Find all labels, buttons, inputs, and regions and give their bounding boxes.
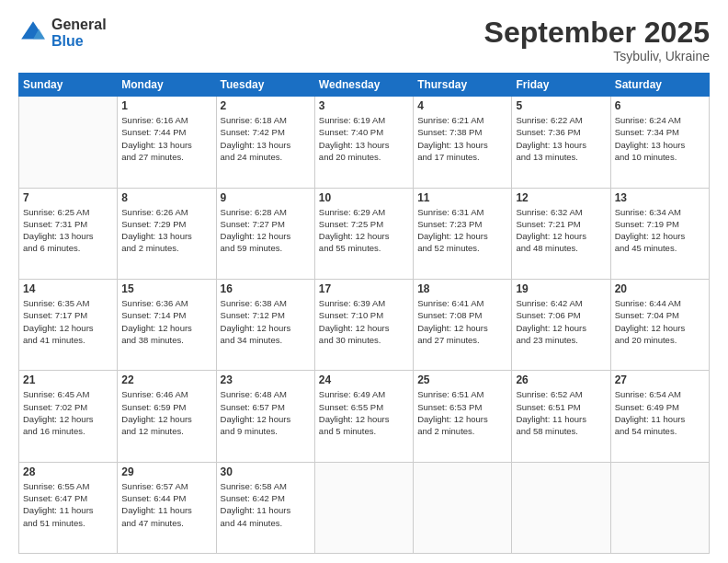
day-info-line: Sunrise: 6:21 AM [417,114,507,126]
day-info-line: Sunrise: 6:39 AM [319,297,409,309]
calendar-cell: 27Sunrise: 6:54 AMSunset: 6:49 PMDayligh… [610,371,709,462]
day-info-line: and 5 minutes. [319,425,409,437]
day-info-line: Sunset: 7:10 PM [319,309,409,321]
day-info-line: Sunrise: 6:57 AM [121,480,211,492]
calendar-cell: 9Sunrise: 6:28 AMSunset: 7:27 PMDaylight… [216,188,314,279]
day-info: Sunrise: 6:16 AMSunset: 7:44 PMDaylight:… [121,114,211,163]
day-info: Sunrise: 6:18 AMSunset: 7:42 PMDaylight:… [221,114,311,163]
day-info-line: and 16 minutes. [23,425,113,437]
col-header-monday: Monday [118,74,216,97]
day-info-line: and 34 minutes. [221,334,311,346]
day-info-line: and 44 minutes. [221,517,311,529]
day-info-line: Daylight: 11 hours [221,504,311,516]
day-info-line: Sunrise: 6:41 AM [417,297,507,309]
day-number: 7 [23,191,113,204]
day-info-line: Sunrise: 6:36 AM [121,297,211,309]
day-info-line: Daylight: 12 hours [417,413,507,425]
col-header-sunday: Sunday [19,74,118,97]
day-info-line: and 51 minutes. [23,517,113,529]
day-info: Sunrise: 6:58 AMSunset: 6:42 PMDaylight:… [221,480,311,529]
calendar-header-row: SundayMondayTuesdayWednesdayThursdayFrid… [19,74,710,97]
day-info-line: Sunrise: 6:18 AM [221,114,311,126]
calendar-cell: 12Sunrise: 6:32 AMSunset: 7:21 PMDayligh… [512,188,610,279]
day-info: Sunrise: 6:31 AMSunset: 7:23 PMDaylight:… [417,206,507,255]
logo-text: General Blue [51,17,107,49]
day-number: 30 [221,465,311,478]
day-info-line: Sunrise: 6:22 AM [516,114,606,126]
day-info-line: and 55 minutes. [319,242,409,254]
calendar-table: SundayMondayTuesdayWednesdayThursdayFrid… [18,73,710,554]
col-header-saturday: Saturday [610,74,709,97]
calendar-cell: 16Sunrise: 6:38 AMSunset: 7:12 PMDayligh… [216,279,314,370]
day-number: 12 [516,191,606,204]
day-info-line: and 23 minutes. [516,334,606,346]
day-info: Sunrise: 6:38 AMSunset: 7:12 PMDaylight:… [221,297,311,346]
day-number: 26 [516,373,606,386]
day-info-line: Sunrise: 6:45 AM [23,388,113,400]
day-info: Sunrise: 6:32 AMSunset: 7:21 PMDaylight:… [516,206,606,255]
week-row-5: 28Sunrise: 6:55 AMSunset: 6:47 PMDayligh… [19,462,710,553]
day-info-line: and 2 minutes. [121,242,211,254]
day-info-line: Sunset: 7:42 PM [221,126,311,138]
day-info-line: Sunset: 7:25 PM [319,218,409,230]
day-info-line: Sunrise: 6:51 AM [417,388,507,400]
day-info-line: Sunset: 7:12 PM [221,309,311,321]
day-info-line: and 20 minutes. [615,334,705,346]
day-info-line: and 48 minutes. [516,242,606,254]
day-info-line: Daylight: 11 hours [516,413,606,425]
day-info-line: Daylight: 11 hours [615,413,705,425]
calendar-cell: 5Sunrise: 6:22 AMSunset: 7:36 PMDaylight… [512,97,610,188]
day-info-line: Sunrise: 6:48 AM [221,388,311,400]
day-info-line: and 52 minutes. [417,242,507,254]
header: General Blue September 2025 Tsybuliv, Uk… [18,17,710,63]
day-info-line: Sunset: 7:02 PM [23,401,113,413]
day-info-line: Daylight: 12 hours [417,322,507,334]
day-info-line: Sunset: 7:06 PM [516,309,606,321]
page: General Blue September 2025 Tsybuliv, Uk… [0,0,728,563]
day-info: Sunrise: 6:28 AMSunset: 7:27 PMDaylight:… [221,206,311,255]
day-info: Sunrise: 6:48 AMSunset: 6:57 PMDaylight:… [221,388,311,437]
day-number: 24 [319,373,409,386]
logo-icon [18,18,48,48]
day-info-line: Sunrise: 6:38 AM [221,297,311,309]
day-info: Sunrise: 6:52 AMSunset: 6:51 PMDaylight:… [516,388,606,437]
calendar-cell: 10Sunrise: 6:29 AMSunset: 7:25 PMDayligh… [314,188,413,279]
day-number: 13 [615,191,705,204]
day-number: 10 [319,191,409,204]
calendar-cell: 11Sunrise: 6:31 AMSunset: 7:23 PMDayligh… [414,188,512,279]
day-info-line: Sunset: 6:42 PM [221,492,311,504]
day-info-line: Sunset: 7:44 PM [121,126,211,138]
day-info-line: and 45 minutes. [615,242,705,254]
calendar-cell: 14Sunrise: 6:35 AMSunset: 7:17 PMDayligh… [19,279,118,370]
day-info-line: and 38 minutes. [121,334,211,346]
day-info: Sunrise: 6:49 AMSunset: 6:55 PMDaylight:… [319,388,409,437]
calendar-cell: 8Sunrise: 6:26 AMSunset: 7:29 PMDaylight… [118,188,216,279]
day-info-line: Daylight: 11 hours [121,504,211,516]
day-info-line: and 41 minutes. [23,334,113,346]
day-info-line: Sunset: 7:38 PM [417,126,507,138]
day-info: Sunrise: 6:36 AMSunset: 7:14 PMDaylight:… [121,297,211,346]
month-title: September 2025 [484,17,710,49]
logo-general: General [51,17,107,33]
day-info-line: Daylight: 12 hours [23,322,113,334]
calendar-cell: 13Sunrise: 6:34 AMSunset: 7:19 PMDayligh… [610,188,709,279]
day-info-line: Sunset: 7:04 PM [615,309,705,321]
calendar-cell: 1Sunrise: 6:16 AMSunset: 7:44 PMDaylight… [118,97,216,188]
day-info-line: and 30 minutes. [319,334,409,346]
day-info-line: Daylight: 12 hours [417,230,507,242]
day-info: Sunrise: 6:46 AMSunset: 6:59 PMDaylight:… [121,388,211,437]
day-info-line: Sunset: 7:34 PM [615,126,705,138]
day-info-line: Sunrise: 6:46 AM [121,388,211,400]
day-info: Sunrise: 6:54 AMSunset: 6:49 PMDaylight:… [615,388,705,437]
calendar-cell: 30Sunrise: 6:58 AMSunset: 6:42 PMDayligh… [216,462,314,553]
day-info-line: Sunset: 6:51 PM [516,401,606,413]
day-info-line: Daylight: 12 hours [221,230,311,242]
day-number: 28 [23,465,113,478]
day-number: 15 [121,282,211,295]
calendar-cell: 29Sunrise: 6:57 AMSunset: 6:44 PMDayligh… [118,462,216,553]
day-info-line: Daylight: 12 hours [615,322,705,334]
calendar-cell [610,462,709,553]
day-info-line: Sunrise: 6:55 AM [23,480,113,492]
day-info: Sunrise: 6:41 AMSunset: 7:08 PMDaylight:… [417,297,507,346]
day-info-line: Sunrise: 6:26 AM [121,206,211,218]
